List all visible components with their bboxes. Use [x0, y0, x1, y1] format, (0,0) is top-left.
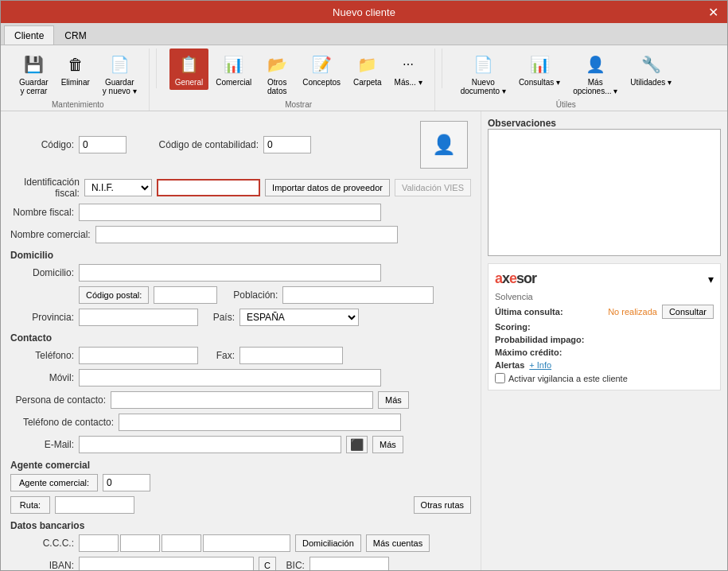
- ribbon-groups: 💾 Guardary cerrar 🗑 Eliminar 📄 Guardary …: [7, 49, 721, 111]
- guardar-nuevo-button[interactable]: 📄 Guardary nuevo ▾: [97, 49, 142, 99]
- identificacion-fiscal-input[interactable]: [157, 179, 260, 196]
- consultar-button[interactable]: Consultar: [662, 305, 714, 319]
- bic-input[interactable]: [309, 557, 389, 570]
- movil-row: Móvil:: [10, 369, 471, 386]
- observaciones-textarea[interactable]: [488, 129, 721, 256]
- ultima-consulta-label: Última consulta:: [495, 307, 563, 317]
- axesor-panel: axesor ▾ Solvencia Última consulta: No r…: [488, 263, 721, 390]
- ccc-input-3[interactable]: [162, 534, 201, 552]
- consultas-button[interactable]: 📊 Consultas ▾: [513, 49, 566, 90]
- persona-contacto-input[interactable]: [111, 391, 373, 409]
- maximo-credito-row: Máximo crédito:: [495, 348, 714, 357]
- title-bar: Nuevo cliente ✕: [1, 1, 727, 23]
- mas-opciones-icon: 👤: [582, 52, 608, 77]
- info-link[interactable]: + Info: [529, 360, 551, 370]
- main-window: Nuevo cliente ✕ Cliente CRM 💾 Guardary c…: [0, 0, 728, 571]
- tabs-bar: Cliente CRM: [1, 23, 727, 45]
- axesor-chevron-button[interactable]: ▾: [708, 273, 714, 286]
- email-input[interactable]: [79, 436, 341, 453]
- carpeta-button[interactable]: 📁 Carpeta: [348, 49, 387, 90]
- qr-button[interactable]: ⬛: [346, 436, 368, 453]
- mas-opciones-button[interactable]: 👤 Másopciones... ▾: [567, 49, 623, 99]
- otras-rutas-button[interactable]: Otras rutas: [414, 496, 471, 514]
- identificacion-fiscal-select[interactable]: N.I.F. C.I.F. NIE Pasaporte: [84, 179, 152, 196]
- conceptos-button[interactable]: 📝 Conceptos: [297, 49, 346, 90]
- nombre-comercial-input[interactable]: [95, 226, 398, 243]
- agente-comercial-button[interactable]: Agente comercial:: [10, 474, 98, 491]
- mas-cuentas-button[interactable]: Más cuentas: [366, 534, 430, 552]
- agente-comercial-input[interactable]: [103, 474, 150, 491]
- fax-input[interactable]: [239, 347, 343, 364]
- ribbon: 💾 Guardary cerrar 🗑 Eliminar 📄 Guardary …: [1, 45, 727, 111]
- importar-datos-button[interactable]: Importar datos de proveedor: [265, 179, 390, 196]
- nombre-fiscal-row: Nombre fiscal:: [10, 204, 471, 221]
- identificacion-fiscal-row: Identificación fiscal: N.I.F. C.I.F. NIE…: [10, 177, 471, 199]
- ccc-label: C.C.C.:: [10, 538, 74, 549]
- movil-label: Móvil:: [10, 372, 74, 383]
- comercial-button[interactable]: 📊 Comercial: [210, 49, 257, 90]
- validacion-vies-button[interactable]: Validación VIES: [395, 179, 471, 196]
- vigilancia-checkbox[interactable]: [495, 373, 505, 383]
- eliminar-button[interactable]: 🗑 Eliminar: [56, 49, 95, 90]
- persona-contacto-row: Persona de contacto: Más: [10, 391, 471, 409]
- bic-label: BIC:: [281, 560, 305, 570]
- codigo-contabilidad-input[interactable]: [263, 136, 311, 153]
- poblacion-label: Población:: [222, 289, 278, 301]
- domicilio-section-title: Domicilio: [10, 250, 471, 261]
- otros-datos-button[interactable]: 📂 Otrosdatos: [259, 49, 295, 99]
- mas-contacto-button[interactable]: Más: [378, 391, 409, 409]
- domicilio-input[interactable]: [79, 264, 381, 282]
- telefono-contacto-label: Teléfono de contacto:: [10, 417, 114, 428]
- mostrar-label: Mostrar: [285, 100, 312, 111]
- utilidades-button[interactable]: 🔧 Utilidades ▾: [625, 49, 677, 90]
- ruta-input[interactable]: [55, 496, 134, 514]
- maximo-credito-label: Máximo crédito:: [495, 348, 562, 357]
- domiciliacion-button[interactable]: Domiciliación: [295, 534, 361, 552]
- poblacion-input[interactable]: [282, 286, 434, 304]
- alertas-row: Alertas + Info: [495, 360, 714, 370]
- nuevo-documento-button[interactable]: 📄 Nuevodocumento ▾: [455, 49, 512, 99]
- tab-crm[interactable]: CRM: [54, 25, 96, 45]
- close-button[interactable]: ✕: [705, 4, 721, 20]
- email-label: E-Mail:: [10, 439, 74, 450]
- general-button[interactable]: 📋 General: [169, 49, 209, 90]
- delete-icon: 🗑: [63, 52, 88, 77]
- ccc-input-2[interactable]: [120, 534, 160, 552]
- guardar-cerrar-button[interactable]: 💾 Guardary cerrar: [14, 49, 54, 99]
- mantenimiento-label: Mantenimiento: [52, 100, 104, 111]
- mas-email-button[interactable]: Más: [372, 436, 403, 453]
- ruta-row: Ruta: Otras rutas: [10, 496, 471, 514]
- codigo-postal-button[interactable]: Código postal:: [79, 286, 149, 304]
- fax-label: Fax:: [203, 350, 235, 361]
- bancario-section-title: Datos bancarios: [10, 520, 471, 531]
- tab-cliente[interactable]: Cliente: [4, 25, 54, 45]
- nombre-fiscal-input[interactable]: [79, 204, 381, 221]
- telefono-label: Teléfono:: [10, 350, 74, 361]
- codigo-input[interactable]: [79, 136, 127, 153]
- contacto-section-title: Contacto: [10, 332, 471, 344]
- pais-select[interactable]: ESPAÑA PORTUGAL FRANCIA ALEMANIA: [239, 309, 359, 326]
- iban-row: IBAN: C BIC:: [10, 557, 471, 570]
- ruta-button[interactable]: Ruta:: [10, 496, 50, 514]
- codigo-postal-input[interactable]: [154, 286, 217, 304]
- ribbon-sep-1: [156, 49, 157, 88]
- nombre-fiscal-label: Nombre fiscal:: [10, 207, 74, 218]
- vigilancia-label: Activar vigilancia a este cliente: [508, 374, 628, 383]
- scoring-label: Scoring:: [495, 322, 531, 332]
- telefono-contacto-input[interactable]: [119, 414, 401, 431]
- movil-input[interactable]: [79, 369, 381, 386]
- probabilidad-row: Probabilidad impago:: [495, 335, 714, 344]
- pais-label: País:: [203, 312, 235, 323]
- provincia-input[interactable]: [79, 309, 198, 326]
- telefono-input[interactable]: [79, 347, 198, 364]
- nombre-comercial-label: Nombre comercial:: [10, 229, 91, 240]
- iban-input[interactable]: [79, 557, 254, 570]
- observaciones-section: Observaciones: [488, 118, 721, 258]
- ccc-input-4[interactable]: [203, 534, 290, 552]
- codigo-postal-row: Código postal: Población:: [10, 286, 471, 304]
- ccc-input-1[interactable]: [79, 534, 119, 552]
- person-icon: 👤: [432, 134, 456, 156]
- iban-c-button[interactable]: C: [259, 557, 276, 570]
- mas-button[interactable]: ⋯ Más... ▾: [389, 49, 428, 90]
- ultima-consulta-row: Última consulta: No realizada Consultar: [495, 305, 714, 319]
